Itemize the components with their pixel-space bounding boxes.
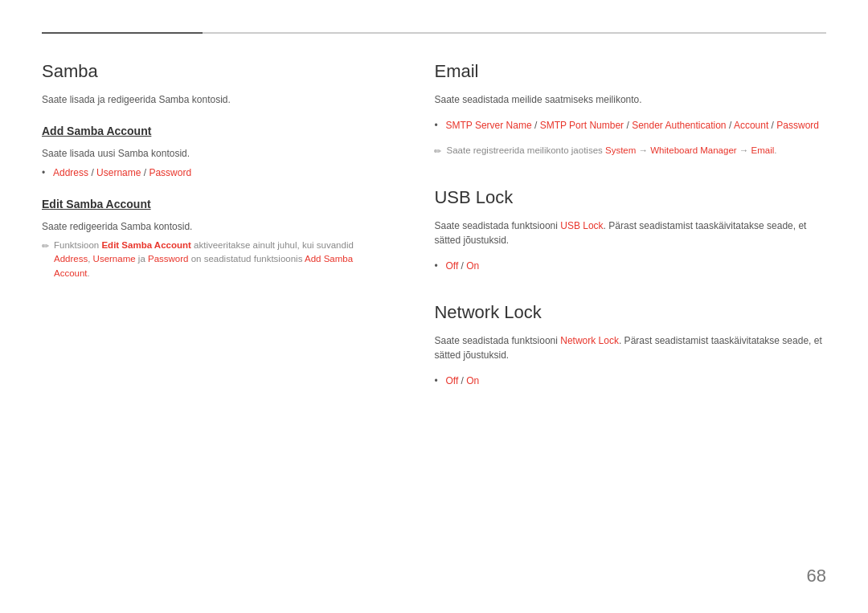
- email-links-item: SMTP Server Name / SMTP Port Number / Se…: [434, 118, 826, 133]
- samba-title: Samba: [42, 58, 386, 84]
- usb-off-link[interactable]: Off: [445, 260, 458, 272]
- add-samba-account-desc: Saate lisada uusi Samba kontosid.: [42, 146, 386, 161]
- usb-lock-description: Saate seadistada funktsiooni USB Lock. P…: [434, 219, 826, 247]
- network-on-link[interactable]: On: [466, 375, 479, 386]
- sender-auth-link[interactable]: Sender Authentication: [632, 120, 726, 131]
- account-link[interactable]: Account: [734, 120, 768, 131]
- usb-lock-title: USB Lock: [434, 184, 826, 210]
- note-address-link[interactable]: Address: [54, 254, 88, 264]
- email-pencil-icon: ✏: [434, 145, 441, 158]
- email-title: Email: [434, 58, 826, 84]
- email-note: ✏ Saate registreerida meilikonto jaotise…: [434, 144, 826, 158]
- network-lock-links-item: Off / On: [434, 374, 826, 388]
- link-password[interactable]: Password: [149, 167, 191, 178]
- email-link[interactable]: Email: [751, 145, 775, 155]
- edit-samba-account-title: Edit Samba Account: [42, 196, 386, 213]
- note-password-link[interactable]: Password: [148, 254, 189, 264]
- edit-samba-account-link[interactable]: Edit Samba Account: [101, 240, 190, 250]
- smtp-port-link[interactable]: SMTP Port Number: [540, 120, 624, 131]
- smtp-server-link[interactable]: SMTP Server Name: [445, 120, 531, 131]
- network-lock-title: Network Lock: [434, 299, 826, 325]
- edit-samba-account-section: Edit Samba Account Saate redigeerida Sam…: [42, 196, 386, 280]
- add-samba-account-section: Add Samba Account Saate lisada uusi Samb…: [42, 123, 386, 180]
- link-username[interactable]: Username: [96, 167, 141, 178]
- samba-section: Samba Saate lisada ja redigeerida Samba …: [42, 58, 386, 280]
- email-links-list: SMTP Server Name / SMTP Port Number / Se…: [434, 118, 826, 133]
- note-username-link[interactable]: Username: [93, 254, 136, 264]
- usb-lock-links-item: Off / On: [434, 259, 826, 273]
- network-lock-link[interactable]: Network Lock: [560, 335, 619, 346]
- usb-lock-links-list: Off / On: [434, 259, 826, 273]
- edit-samba-note: ✏ Funktsioon Edit Samba Account aktiveer…: [42, 239, 386, 280]
- top-dividers: [42, 32, 826, 34]
- email-password-link[interactable]: Password: [776, 120, 819, 131]
- divider-dark: [42, 32, 203, 34]
- samba-description: Saate lisada ja redigeerida Samba kontos…: [42, 92, 386, 107]
- email-section: Email Saate seadistada meilide saatmisek…: [434, 58, 826, 158]
- page-number: 68: [807, 562, 826, 589]
- usb-lock-link[interactable]: USB Lock: [560, 220, 603, 231]
- usb-on-link[interactable]: On: [466, 260, 479, 272]
- network-lock-links-list: Off / On: [434, 374, 826, 388]
- network-off-link[interactable]: Off: [445, 375, 458, 386]
- add-samba-account-title: Add Samba Account: [42, 123, 386, 140]
- edit-samba-note-text: Funktsioon Edit Samba Account aktiveerit…: [54, 239, 386, 280]
- pencil-icon: ✏: [42, 239, 49, 253]
- add-samba-account-links: Address / Username / Password: [42, 166, 386, 180]
- whiteboard-manager-link[interactable]: Whiteboard Manager: [650, 145, 736, 155]
- content-columns: Samba Saate lisada ja redigeerida Samba …: [42, 58, 826, 414]
- page-container: Samba Saate lisada ja redigeerida Samba …: [0, 0, 868, 462]
- network-lock-section: Network Lock Saate seadistada funktsioon…: [434, 299, 826, 388]
- right-column: Email Saate seadistada meilide saatmisek…: [418, 58, 826, 414]
- add-samba-links-item: Address / Username / Password: [42, 166, 386, 180]
- edit-samba-account-desc: Saate redigeerida Samba kontosid.: [42, 219, 386, 234]
- email-note-text: Saate registreerida meilikonto jaotises …: [446, 144, 776, 157]
- left-column: Samba Saate lisada ja redigeerida Samba …: [42, 58, 418, 414]
- email-description: Saate seadistada meilide saatmiseks meil…: [434, 92, 826, 107]
- divider-light: [203, 32, 826, 34]
- usb-lock-section: USB Lock Saate seadistada funktsiooni US…: [434, 184, 826, 273]
- link-address[interactable]: Address: [53, 167, 88, 178]
- network-lock-description: Saate seadistada funktsiooni Network Loc…: [434, 333, 826, 362]
- system-link[interactable]: System: [605, 145, 636, 155]
